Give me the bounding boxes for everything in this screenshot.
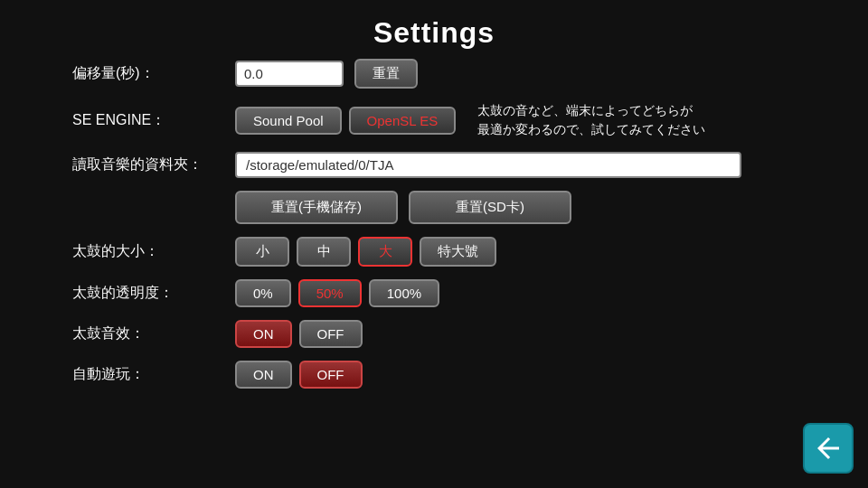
offset-row: 偏移量(秒)： 重置: [72, 59, 796, 89]
music-folder-label: 讀取音樂的資料夾：: [72, 155, 235, 174]
drum-opacity-50[interactable]: 50%: [298, 279, 362, 307]
page-title: Settings: [0, 0, 868, 59]
drum-size-small[interactable]: 小: [235, 237, 289, 267]
drum-opacity-row: 太鼓的透明度： 0% 50% 100%: [72, 279, 796, 307]
drum-size-label: 太鼓的大小：: [72, 242, 235, 261]
auto-play-label: 自動遊玩：: [72, 365, 235, 384]
se-engine-hint: 太鼓の音など、端末によってどちらが 最適か変わるので、試してみてください: [477, 101, 705, 139]
auto-play-on[interactable]: ON: [235, 361, 292, 389]
drum-sfx-off[interactable]: OFF: [299, 320, 363, 348]
back-button[interactable]: [803, 423, 854, 474]
drum-size-medium[interactable]: 中: [297, 237, 351, 267]
offset-label: 偏移量(秒)：: [72, 64, 235, 83]
se-engine-row: SE ENGINE： Sound Pool OpenSL ES 太鼓の音など、端…: [72, 101, 796, 139]
auto-play-off[interactable]: OFF: [299, 361, 363, 389]
auto-play-row: 自動遊玩： ON OFF: [72, 361, 796, 389]
drum-sfx-on[interactable]: ON: [235, 320, 292, 348]
music-folder-input[interactable]: [235, 152, 741, 178]
drum-size-large[interactable]: 大: [358, 237, 412, 267]
reset-buttons-row: 重置(手機儲存) 重置(SD卡): [235, 191, 796, 224]
back-arrow-icon: [812, 432, 844, 465]
reset-phone-button[interactable]: 重置(手機儲存): [235, 191, 398, 224]
drum-opacity-label: 太鼓的透明度：: [72, 284, 235, 303]
drum-size-xlarge[interactable]: 特大號: [420, 237, 496, 267]
drum-size-row: 太鼓的大小： 小 中 大 特大號: [72, 237, 796, 267]
hint-line1: 太鼓の音など、端末によってどちらが: [477, 103, 693, 117]
drum-opacity-100[interactable]: 100%: [369, 279, 439, 307]
offset-input[interactable]: [235, 61, 344, 87]
hint-line2: 最適か変わるので、試してみてください: [477, 122, 705, 136]
reset-sd-button[interactable]: 重置(SD卡): [409, 191, 571, 224]
se-engine-label: SE ENGINE：: [72, 111, 235, 130]
offset-reset-button[interactable]: 重置: [354, 59, 418, 89]
drum-opacity-0[interactable]: 0%: [235, 279, 291, 307]
drum-sfx-label: 太鼓音效：: [72, 324, 235, 343]
music-folder-row: 讀取音樂的資料夾：: [72, 152, 796, 178]
drum-sfx-row: 太鼓音效： ON OFF: [72, 320, 796, 348]
sound-pool-button[interactable]: Sound Pool: [235, 107, 342, 135]
opensl-button[interactable]: OpenSL ES: [349, 107, 457, 135]
